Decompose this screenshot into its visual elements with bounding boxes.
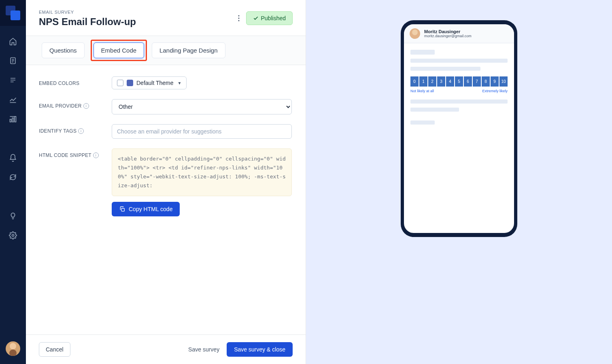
nps-low-label: Not likely at all (410, 89, 434, 93)
breadcrumb: EMAIL SURVEY (39, 10, 136, 15)
embed-colors-label: EMBED COLORS (39, 76, 112, 86)
code-snippet[interactable]: <table border="0" cellpadding="0" cellsp… (112, 148, 292, 196)
nps-cell-7[interactable]: 7 (473, 76, 481, 87)
identify-tags-label: IDENTIFY TAGS (39, 128, 76, 134)
tab-questions[interactable]: Questions (42, 42, 85, 58)
nps-scale: 0 1 2 3 4 5 6 7 8 9 10 (410, 76, 508, 87)
email-provider-select[interactable]: Other (112, 99, 292, 114)
info-icon[interactable]: i (78, 128, 84, 134)
copy-icon (119, 206, 125, 212)
nps-cell-0[interactable]: 0 (410, 76, 419, 87)
skeleton-line (410, 121, 435, 125)
sender-name: Moritz Dausinger (424, 29, 472, 34)
skeleton-line (410, 67, 480, 71)
skeleton-line (410, 50, 435, 55)
mail-header: Moritz Dausinger moritz.dausinger@gmail.… (404, 24, 514, 43)
skeleton-line (410, 99, 508, 104)
bell-icon[interactable] (9, 154, 17, 162)
nps-cell-2[interactable]: 2 (428, 76, 436, 87)
nps-cell-5[interactable]: 5 (455, 76, 463, 87)
sender-email: moritz.dausinger@gmail.com (424, 34, 472, 38)
main-area: EMAIL SURVEY NPS Email Follow-up Publish… (26, 0, 612, 364)
sender-avatar (410, 28, 420, 39)
svg-point-11 (12, 235, 14, 237)
identify-tags-input[interactable] (112, 124, 292, 139)
home-icon[interactable] (9, 37, 17, 45)
app-sidebar (0, 0, 26, 364)
svg-point-14 (238, 20, 239, 21)
skeleton-line (410, 108, 459, 112)
svg-point-12 (238, 15, 239, 17)
theme-select[interactable]: Default Theme ▼ (112, 76, 187, 89)
tab-highlight: Embed Code (91, 40, 147, 61)
save-survey-button[interactable]: Save survey (188, 346, 219, 353)
more-menu-button[interactable] (236, 13, 241, 23)
tab-landing-page-design[interactable]: Landing Page Design (152, 42, 225, 58)
nps-cell-9[interactable]: 9 (491, 76, 499, 87)
list-icon[interactable] (9, 76, 17, 84)
swatch-blue (127, 80, 133, 86)
chevron-down-icon: ▼ (178, 81, 182, 85)
phone-frame: Moritz Dausinger moritz.dausinger@gmail.… (401, 20, 517, 237)
nps-cell-4[interactable]: 4 (446, 76, 454, 87)
tabs-row: Questions Embed Code Landing Page Design (26, 36, 306, 65)
clipboard-icon[interactable] (9, 57, 17, 65)
copy-html-label: Copy HTML code (129, 206, 172, 212)
footer: Cancel Save survey Save survey & close (26, 334, 306, 364)
chart-icon[interactable] (9, 95, 17, 104)
swatch-white (117, 80, 123, 86)
nps-cell-1[interactable]: 1 (419, 76, 427, 87)
nps-labels: Not likely at all Extremely likely (410, 89, 508, 93)
status-badge: Published (246, 11, 293, 25)
nps-cell-10[interactable]: 10 (499, 76, 508, 87)
gear-icon[interactable] (9, 231, 17, 239)
user-avatar[interactable] (6, 341, 20, 356)
nps-high-label: Extremely likely (482, 89, 508, 93)
info-icon[interactable]: i (93, 152, 99, 158)
check-icon (253, 15, 259, 21)
page-header: EMAIL SURVEY NPS Email Follow-up Publish… (26, 0, 306, 36)
cancel-button[interactable]: Cancel (39, 342, 70, 357)
svg-point-13 (238, 18, 239, 19)
nps-cell-6[interactable]: 6 (464, 76, 472, 87)
nps-cell-3[interactable]: 3 (437, 76, 445, 87)
info-icon[interactable]: i (83, 103, 89, 109)
theme-name: Default Theme (136, 80, 174, 86)
svg-rect-8 (12, 118, 13, 122)
svg-rect-7 (10, 119, 11, 122)
copy-html-button[interactable]: Copy HTML code (112, 202, 180, 216)
save-close-button[interactable]: Save survey & close (227, 342, 293, 357)
page-title: NPS Email Follow-up (39, 16, 136, 28)
refresh-icon[interactable] (9, 173, 17, 181)
dashboard-icon[interactable] (9, 115, 17, 123)
preview-panel: Moritz Dausinger moritz.dausinger@gmail.… (306, 0, 612, 364)
mail-body: 0 1 2 3 4 5 6 7 8 9 10 Not likely at all (404, 43, 514, 135)
skeleton-line (410, 59, 508, 63)
nps-cell-8[interactable]: 8 (482, 76, 490, 87)
app-logo[interactable] (0, 0, 26, 26)
email-provider-label: EMAIL PROVIDER (39, 103, 82, 109)
svg-rect-15 (121, 208, 124, 211)
phone-screen: Moritz Dausinger moritz.dausinger@gmail.… (404, 24, 514, 233)
bulb-icon[interactable] (9, 212, 17, 220)
status-text: Published (261, 15, 286, 21)
editor-panel: EMAIL SURVEY NPS Email Follow-up Publish… (26, 0, 306, 364)
tab-embed-code[interactable]: Embed Code (94, 42, 144, 58)
html-snippet-label: HTML CODE SNIPPET (39, 152, 91, 158)
form-area: EMBED COLORS Default Theme ▼ EMAIL PROVI… (26, 65, 306, 334)
svg-rect-9 (15, 116, 16, 122)
